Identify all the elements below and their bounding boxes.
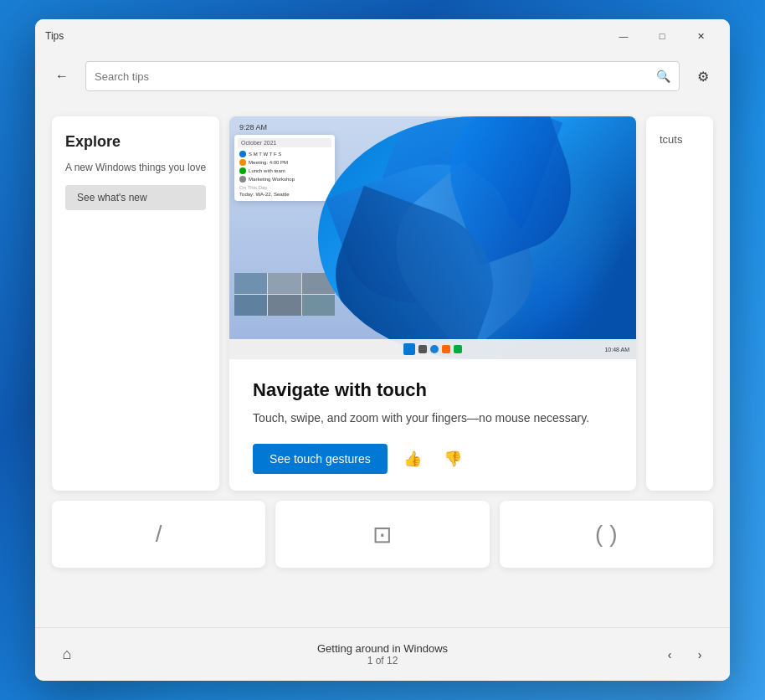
- maximize-button[interactable]: □: [643, 23, 681, 49]
- bottom-card-icon-3: ( ): [595, 521, 617, 548]
- tips-window: Tips — □ ✕ ← 🔍 ⚙ Explore A new Windows t…: [35, 19, 730, 681]
- card-description: Touch, swipe, and zoom with your fingers…: [253, 409, 613, 427]
- screenshot-time: 9:28 AM: [239, 123, 267, 131]
- card-title: Navigate with touch: [253, 379, 613, 401]
- fake-photo-4: [234, 295, 267, 316]
- taskbar-icon-5: [454, 345, 462, 353]
- bottom-cards-row: / ⊡ ( ): [35, 501, 730, 584]
- explore-desc: A new Windows things you love: [65, 161, 206, 175]
- search-icon: 🔍: [656, 69, 670, 83]
- win11-flower: [318, 116, 636, 359]
- scroll-area: Explore A new Windows things you love Se…: [35, 100, 730, 627]
- fake-taskbar: 10:48 AM: [229, 339, 636, 359]
- nav-arrows: ‹ ›: [656, 641, 713, 668]
- next-button[interactable]: ›: [686, 641, 713, 668]
- fake-photo-1: [234, 273, 267, 294]
- fake-windows-ui: 9:28 AM October 2021 S M T W T F S: [229, 116, 636, 339]
- window-title: Tips: [45, 30, 604, 42]
- search-box: 🔍: [85, 61, 680, 91]
- taskbar-icon-1: [403, 343, 415, 355]
- toolbar: ← 🔍 ⚙: [35, 53, 730, 100]
- bottom-card-icon-2: ⊡: [372, 521, 392, 548]
- bottom-card-icon-1: /: [156, 521, 162, 548]
- nav-progress: 1 of 12: [317, 655, 448, 667]
- window-controls: — □ ✕: [604, 23, 720, 49]
- search-input[interactable]: [95, 70, 649, 83]
- fake-text-3: Lunch with team: [249, 168, 285, 173]
- bottom-card-2: ⊡: [275, 501, 489, 568]
- thumbs-down-button[interactable]: 👎: [438, 444, 468, 474]
- home-icon: ⌂: [63, 646, 72, 663]
- back-button[interactable]: ←: [49, 63, 75, 90]
- shortcuts-label: tcuts: [660, 133, 700, 146]
- card-actions: See touch gestures 👍 👎: [253, 444, 613, 474]
- taskbar-icon-2: [418, 345, 427, 353]
- close-button[interactable]: ✕: [681, 23, 720, 49]
- shortcuts-card: tcuts: [646, 116, 713, 491]
- card-text: Navigate with touch Touch, swipe, and zo…: [229, 359, 636, 491]
- explore-title: Explore: [65, 133, 206, 151]
- fake-dot-3: [239, 167, 246, 174]
- explore-card: Explore A new Windows things you love Se…: [52, 116, 219, 491]
- win11-screenshot: 9:28 AM October 2021 S M T W T F S: [229, 116, 636, 359]
- fake-dot-2: [239, 159, 246, 166]
- fake-text-2: Meeting: 4:00 PM: [249, 160, 288, 165]
- fake-dot-1: [239, 151, 246, 157]
- fake-text-1: S M T W T F S: [249, 152, 281, 157]
- prev-button[interactable]: ‹: [656, 641, 683, 668]
- bottom-card-1: /: [52, 501, 265, 568]
- thumbs-up-icon: 👍: [403, 450, 422, 468]
- taskbar-icon-3: [430, 345, 439, 353]
- fake-text-4: Marketing Workshop: [249, 177, 295, 182]
- fake-photo-5: [268, 295, 300, 316]
- nav-collection-title: Getting around in Windows: [317, 642, 448, 655]
- settings-button[interactable]: ⚙: [690, 63, 716, 90]
- cards-row: Explore A new Windows things you love Se…: [35, 116, 730, 491]
- fake-dot-4: [239, 176, 246, 183]
- thumbs-up-button[interactable]: 👍: [398, 444, 428, 474]
- see-touch-gestures-button[interactable]: See touch gestures: [253, 444, 388, 474]
- see-whats-new-button[interactable]: See what's new: [65, 185, 206, 210]
- thumbs-down-icon: 👎: [444, 450, 462, 468]
- fake-photo-2: [268, 273, 300, 294]
- screenshot-area: 9:28 AM October 2021 S M T W T F S: [229, 116, 636, 359]
- taskbar-icon-4: [442, 345, 450, 353]
- taskbar-time: 10:48 AM: [604, 347, 629, 353]
- minimize-button[interactable]: —: [604, 23, 643, 49]
- bottom-card-3: ( ): [500, 501, 713, 568]
- content-area: Explore A new Windows things you love Se…: [35, 100, 730, 627]
- nav-center: Getting around in Windows 1 of 12: [317, 642, 448, 667]
- home-button[interactable]: ⌂: [52, 640, 82, 670]
- fake-text-5: Today: WA-22, Seattle: [239, 192, 289, 197]
- bottom-nav: ⌂ Getting around in Windows 1 of 12 ‹ ›: [35, 627, 730, 681]
- main-card: 9:28 AM October 2021 S M T W T F S: [229, 116, 636, 491]
- titlebar: Tips — □ ✕: [35, 19, 730, 53]
